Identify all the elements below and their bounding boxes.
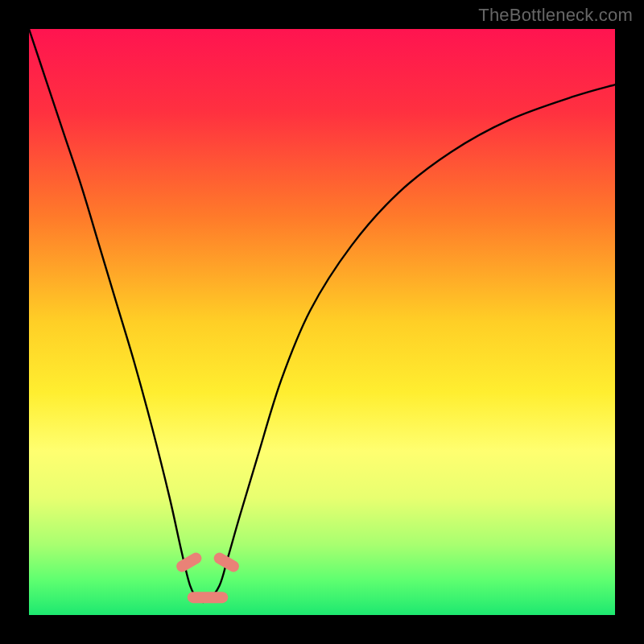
chart-svg [29,29,615,615]
chart-frame: TheBottleneck.com [0,0,644,644]
site-watermark: TheBottleneck.com [478,5,633,26]
plot-area [29,29,615,615]
gradient-backdrop [29,29,615,615]
